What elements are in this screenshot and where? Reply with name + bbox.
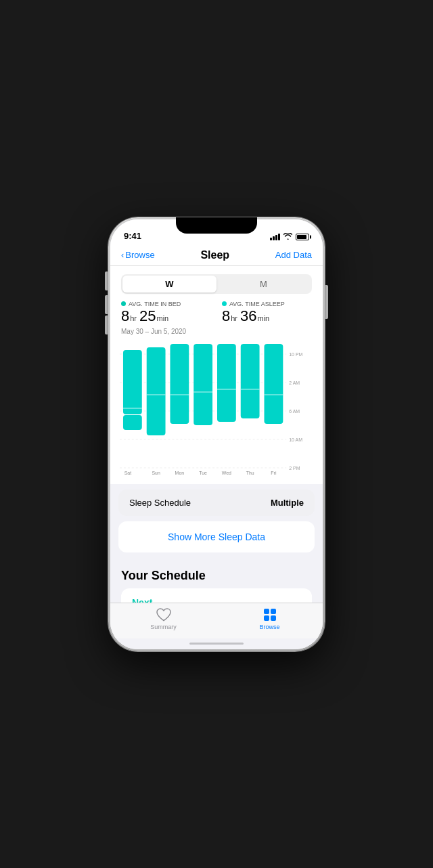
svg-rect-15 — [170, 344, 189, 424]
tab-week[interactable]: W — [122, 276, 216, 292]
svg-rect-13 — [147, 347, 166, 435]
notch — [176, 217, 257, 234]
sleep-schedule-label: Sleep Schedule — [129, 498, 191, 508]
next-label: Next — [132, 597, 152, 603]
svg-text:Thu: Thu — [246, 470, 254, 475]
tab-browse[interactable]: Browse — [216, 607, 323, 630]
cyan-dot — [222, 301, 227, 306]
svg-text:6 AM: 6 AM — [289, 408, 300, 413]
bed-value: 8 hr 25 min — [121, 309, 211, 324]
phone-frame: 9:41 — [108, 217, 325, 651]
svg-rect-23 — [265, 344, 283, 424]
phone-inner: 9:41 — [110, 219, 323, 649]
page-title: Sleep — [200, 249, 229, 261]
signal-icon — [270, 234, 280, 240]
svg-text:2 AM: 2 AM — [289, 380, 300, 385]
asleep-value: 8 hr 36 min — [222, 309, 312, 324]
heart-icon — [156, 607, 171, 622]
avg-time-asleep-label: AVG. TIME ASLEEP — [222, 301, 312, 307]
home-bar — [189, 643, 244, 645]
avg-time-in-bed: AVG. TIME IN BED 8 hr 25 min — [121, 301, 211, 324]
summary-tab-label: Summary — [150, 624, 177, 630]
status-time: 9:41 — [124, 231, 141, 241]
sleep-chart: 10 PM 2 AM 6 AM 10 AM 2 PM — [120, 341, 313, 476]
teal-dot — [121, 301, 126, 306]
sleep-schedule-row[interactable]: Sleep Schedule Multiple — [118, 490, 315, 516]
svg-rect-12 — [123, 415, 142, 430]
svg-text:Tue: Tue — [199, 470, 207, 475]
svg-rect-21 — [241, 344, 260, 418]
battery-icon — [296, 234, 309, 240]
svg-rect-10 — [123, 350, 142, 414]
svg-text:10 PM: 10 PM — [289, 351, 302, 356]
tab-month[interactable]: M — [216, 276, 311, 292]
show-more-button[interactable]: Show More Sleep Data — [118, 521, 315, 552]
avg-time-asleep: AVG. TIME ASLEEP 8 hr 36 min — [222, 301, 312, 324]
nav-bar: ‹ Browse Sleep Add Data — [110, 244, 323, 266]
svg-text:2 PM: 2 PM — [289, 465, 300, 470]
stats-row: AVG. TIME IN BED 8 hr 25 min — [121, 301, 312, 324]
svg-rect-17 — [193, 344, 212, 425]
stats-card: W M AVG. TIME IN BED — [110, 266, 323, 484]
svg-text:Sun: Sun — [152, 470, 160, 475]
schedule-card[interactable]: Next — [121, 588, 312, 603]
sleep-schedule-value: Multiple — [271, 498, 304, 508]
svg-text:10 AM: 10 AM — [289, 437, 302, 441]
add-data-button[interactable]: Add Data — [275, 250, 312, 260]
browse-tab-label: Browse — [259, 624, 279, 630]
screen: 9:41 — [110, 219, 323, 649]
back-button[interactable]: ‹ Browse — [121, 250, 155, 260]
section-divider — [110, 552, 323, 561]
grid-browse-icon — [263, 607, 277, 622]
svg-text:Mon: Mon — [175, 470, 185, 475]
chart-svg: 10 PM 2 AM 6 AM 10 AM 2 PM — [120, 341, 313, 476]
svg-text:Wed: Wed — [222, 470, 231, 475]
svg-text:Fri: Fri — [271, 470, 277, 475]
show-more-label: Show More Sleep Data — [168, 531, 265, 542]
home-indicator — [110, 638, 323, 649]
svg-rect-19 — [217, 344, 236, 422]
status-icons — [270, 233, 309, 241]
tab-summary[interactable]: Summary — [110, 607, 216, 630]
period-tabs: W M — [121, 274, 312, 294]
date-range: May 30 – Jun 5, 2020 — [121, 328, 312, 335]
tab-bar: Summary Browse — [110, 603, 323, 638]
schedule-title: Your Schedule — [121, 569, 312, 583]
svg-text:Sat: Sat — [124, 470, 131, 475]
avg-time-in-bed-label: AVG. TIME IN BED — [121, 301, 211, 307]
your-schedule-section: Your Schedule Next — [110, 561, 323, 603]
back-label: Browse — [125, 250, 154, 260]
scroll-content: W M AVG. TIME IN BED — [110, 266, 323, 603]
wifi-icon — [283, 233, 292, 241]
chevron-left-icon: ‹ — [121, 250, 124, 260]
